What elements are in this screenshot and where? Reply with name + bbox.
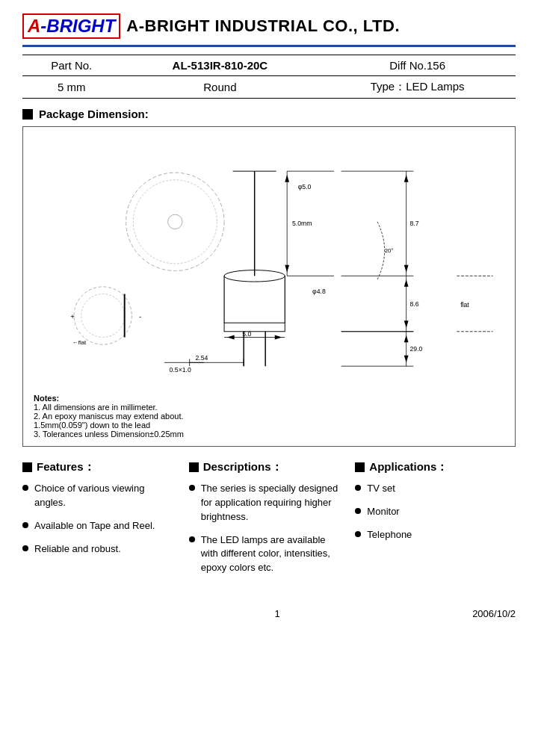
package-heading: Package Dimension: [22,108,516,120]
descriptions-column: Descriptions： The series is specially de… [183,460,350,584]
svg-text:5.0: 5.0 [242,330,251,338]
bullet-icon [189,536,195,542]
technical-drawing: 5.0mm 2.54 8.6 8.7 29.0 [31,134,507,388]
svg-text:29.0: 29.0 [410,345,423,353]
svg-point-1 [133,180,217,264]
features-column: Features： Choice of various viewing angl… [22,460,183,584]
section-bullet [22,109,33,120]
bullet-icon [355,531,361,537]
svg-text:φ5.0: φ5.0 [298,183,312,190]
svg-text:φ4.8: φ4.8 [312,288,326,296]
svg-marker-46 [275,335,282,340]
note-line-4: 3. Tolerances unless Dimension±0.25mm [34,430,184,439]
svg-point-39 [81,294,125,338]
svg-text:flat: flat [460,301,469,309]
footer: 1 2006/10/2 [22,602,516,619]
descriptions-list: The series is specially designed for app… [189,482,344,575]
features-heading: Features： [22,460,177,474]
note-line-2: 2. An epoxy maniscus may extend about. [34,412,184,421]
type-value: Type：LED Lamps [319,76,516,99]
list-item: Monitor [355,505,510,519]
svg-marker-25 [404,320,409,328]
svg-text:8.6: 8.6 [410,300,419,308]
svg-point-38 [74,287,132,344]
logo-bright: -BRIGHT [40,16,115,37]
applications-column: Applications： TV set Monitor Telephone [349,460,516,584]
applications-list: TV set Monitor Telephone [355,482,510,542]
part-no-value: AL-513IR-810-20C [121,55,320,76]
svg-marker-30 [404,265,409,273]
diff-no: Diff No.156 [319,55,516,76]
svg-marker-9 [285,265,289,273]
svg-text:20°: 20° [385,247,394,254]
notes-title: Notes: [34,394,59,403]
bottom-section: Features： Choice of various viewing angl… [22,460,516,584]
bullet-icon [22,545,28,551]
svg-marker-45 [227,335,235,340]
svg-text:8.7: 8.7 [410,220,419,227]
company-name: A-BRIGHT INDUSTRIAL CO., LTD. [126,16,400,36]
bullet-icon [22,522,28,528]
svg-point-2 [168,214,182,229]
logo-a: A [28,16,40,37]
list-item: Available on Tape and Reel. [22,519,177,533]
package-dimension-box: 5.0mm 2.54 8.6 8.7 29.0 [22,126,516,447]
svg-marker-8 [285,175,289,182]
bullet-icon [355,508,361,514]
svg-text:5.0mm: 5.0mm [292,220,312,227]
note-line-3: 1.5mm(0.059") down to the lead [34,421,150,430]
bullet-icon [189,485,195,491]
bullet-icon [355,485,361,491]
shape-value: Round [121,76,320,99]
list-item: Reliable and robust. [22,542,177,557]
note-line-1: 1. All dimensions are in millimeter. [34,403,158,412]
list-item: Telephone [355,528,510,542]
svg-text:-: - [139,312,141,320]
svg-point-0 [126,173,224,270]
part-no-label: Part No. [22,55,121,76]
svg-marker-35 [404,335,409,343]
features-list: Choice of various viewing angles. Availa… [22,482,177,556]
list-item: TV set [355,482,510,496]
footer-date: 2006/10/2 [472,608,516,619]
svg-text:0.5×1.0: 0.5×1.0 [170,366,191,374]
header: A -BRIGHT A-BRIGHT INDUSTRIAL CO., LTD. [22,13,516,47]
descriptions-bullet [189,462,199,472]
list-item: The LED lamps are available with differe… [189,533,344,576]
svg-text:+: + [70,312,75,320]
svg-text:←flat: ←flat [72,339,87,346]
list-item: The series is specially designed for app… [189,482,344,524]
notes: Notes: 1. All dimensions are in millimet… [31,394,507,439]
descriptions-heading: Descriptions： [189,460,344,474]
applications-bullet [355,462,365,472]
svg-text:2.54: 2.54 [195,354,208,362]
applications-heading: Applications： [355,460,510,474]
logo-box: A -BRIGHT [22,13,120,39]
svg-rect-14 [224,323,285,332]
page-number: 1 [274,608,279,619]
size-value: 5 mm [22,76,121,99]
part-info-table: Part No. AL-513IR-810-20C Diff No.156 5 … [22,55,516,99]
features-bullet [22,462,32,472]
svg-marker-24 [404,279,409,287]
list-item: Choice of various viewing angles. [22,482,177,510]
bullet-icon [22,485,28,491]
svg-marker-36 [404,356,409,363]
svg-marker-29 [404,175,409,182]
